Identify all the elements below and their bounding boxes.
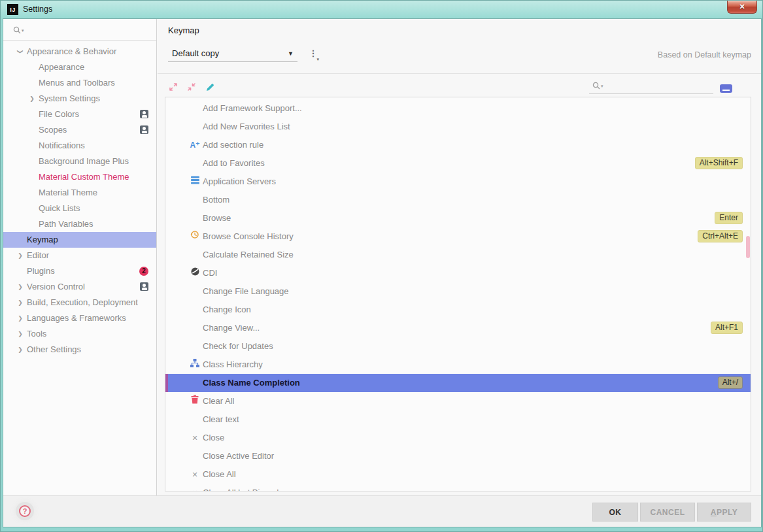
sidebar-item-keymap[interactable]: Keymap: [3, 232, 156, 248]
ok-button[interactable]: OK: [592, 503, 638, 522]
action-row-class-hierarchy[interactable]: Class Hierarchy: [165, 356, 751, 374]
action-row-browse[interactable]: BrowseEnter: [165, 209, 751, 227]
sidebar-item-tools[interactable]: ❯Tools: [3, 326, 156, 342]
action-row-close[interactable]: ✕Close: [165, 429, 751, 447]
sidebar-item-quick-lists[interactable]: Quick Lists: [3, 201, 156, 216]
keymap-search-input[interactable]: [607, 78, 711, 93]
action-row-calculate-retained-size[interactable]: Calculate Retained Size: [165, 246, 751, 264]
action-label: Class Name Completion: [203, 378, 300, 388]
keymap-search-field[interactable]: ▾: [589, 78, 713, 94]
apply-button[interactable]: APPLY: [697, 503, 751, 522]
action-row-clear-text[interactable]: Clear text: [165, 410, 751, 429]
sidebar-item-version-control[interactable]: ❯Version Control: [3, 279, 156, 295]
action-row-clear-all[interactable]: Clear All: [165, 392, 751, 410]
add-section-rule-icon: A⁺: [189, 136, 201, 154]
sidebar-item-other-settings[interactable]: ❯Other Settings: [3, 342, 156, 357]
search-history-caret-icon: ▾: [601, 84, 603, 89]
sidebar-item-material-theme[interactable]: Material Theme: [3, 185, 156, 201]
keymap-action-list: Add Framework Support...Add New Favorite…: [165, 97, 751, 491]
action-row-change-icon[interactable]: Change Icon: [165, 301, 751, 319]
search-icon: [592, 81, 601, 93]
keymap-options-button[interactable]: ⋮ ▾: [307, 46, 320, 62]
close-button[interactable]: ✕: [727, 1, 757, 14]
sidebar-item-label: Version Control: [27, 282, 85, 291]
action-row-check-for-updates[interactable]: Check for Updates: [165, 337, 751, 356]
action-row-add-framework-support[interactable]: Add Framework Support...: [165, 99, 751, 118]
close-x-icon: ✕: [189, 429, 201, 447]
sidebar-item-label: Quick Lists: [39, 203, 80, 213]
cancel-button[interactable]: CANCEL: [640, 503, 695, 522]
based-on-label: Based on Default keymap: [658, 50, 751, 59]
action-row-close-active-editor[interactable]: Close Active Editor: [165, 447, 751, 465]
sidebar-item-background-image-plus[interactable]: Background Image Plus: [3, 154, 156, 169]
sidebar-item-label: Keymap: [27, 235, 58, 244]
keymap-select[interactable]: Default copy ▼: [168, 46, 297, 62]
sidebar-item-editor[interactable]: ❯Editor: [3, 248, 156, 263]
chevron-down-icon[interactable]: ❯: [12, 48, 28, 56]
sidebar-item-material-custom-theme[interactable]: Material Custom Theme: [3, 169, 156, 185]
chevron-right-icon[interactable]: ❯: [16, 310, 24, 326]
history-icon: [190, 227, 199, 246]
chevron-right-icon[interactable]: ❯: [16, 326, 24, 342]
sidebar-item-label: Notifications: [39, 141, 85, 150]
sidebar-item-menus-and-toolbars[interactable]: Menus and Toolbars: [3, 75, 156, 91]
sidebar-item-appearance-behavior[interactable]: ❯Appearance & Behavior: [3, 44, 156, 59]
action-label: Close: [203, 433, 224, 442]
action-row-cdi[interactable]: CDI: [165, 264, 751, 282]
shortcut-badge: Alt+F1: [711, 322, 743, 334]
help-button[interactable]: ?: [19, 505, 31, 517]
sidebar-item-label: System Settings: [39, 93, 100, 103]
chevron-right-icon[interactable]: ❯: [16, 295, 24, 310]
sidebar-item-path-variables[interactable]: Path Variables: [3, 216, 156, 232]
sidebar-item-label: Background Image Plus: [39, 156, 129, 166]
action-label: Change View...: [203, 323, 260, 333]
action-row-application-servers[interactable]: Application Servers: [165, 173, 751, 191]
plugins-update-badge: 2: [139, 267, 148, 276]
action-label: CDI: [203, 268, 217, 278]
sidebar-item-languages-frameworks[interactable]: ❯Languages & Frameworks: [3, 310, 156, 326]
settings-dialog: ▾ ❯Appearance & BehaviorAppearanceMenus …: [3, 19, 761, 527]
action-row-change-file-language[interactable]: Change File Language: [165, 282, 751, 301]
no-icon: [189, 319, 201, 337]
no-icon: [189, 118, 201, 136]
action-row-close-all[interactable]: ✕Close All: [165, 465, 751, 484]
shortcut-badge: Ctrl+Alt+E: [698, 230, 743, 242]
action-label: Add to Favorites: [203, 158, 265, 168]
pencil-icon: [205, 82, 215, 95]
trash-icon: [189, 392, 201, 410]
action-row-browse-console-history[interactable]: Browse Console HistoryCtrl+Alt+E: [165, 227, 751, 246]
edit-shortcut-button[interactable]: [203, 82, 217, 95]
chevron-right-icon[interactable]: ❯: [16, 342, 24, 357]
settings-sidebar: ▾ ❯Appearance & BehaviorAppearanceMenus …: [3, 19, 157, 495]
chevron-right-icon[interactable]: ❯: [16, 248, 24, 263]
sidebar-item-build-execution-deployment[interactable]: ❯Build, Execution, Deployment: [3, 295, 156, 310]
action-label: Change Icon: [203, 305, 251, 314]
sidebar-item-notifications[interactable]: Notifications: [3, 138, 156, 154]
action-label: Add Framework Support...: [203, 103, 302, 113]
sidebar-item-appearance[interactable]: Appearance: [3, 59, 156, 75]
action-row-change-view[interactable]: Change View...Alt+F1: [165, 319, 751, 337]
settings-search-input[interactable]: [29, 22, 147, 37]
chevron-right-icon[interactable]: ❯: [16, 279, 24, 295]
find-by-shortcut-button[interactable]: [720, 84, 732, 93]
action-row-close-all-but-pinned[interactable]: ✕Close All but Pinned: [165, 484, 751, 491]
sidebar-item-scopes[interactable]: Scopes: [3, 122, 156, 138]
close-icon: ✕: [739, 3, 745, 10]
sidebar-item-file-colors[interactable]: File Colors: [3, 107, 156, 122]
sidebar-item-label: Path Variables: [39, 219, 93, 229]
expand-all-icon: [168, 82, 178, 95]
action-row-add-new-favorites-list[interactable]: Add New Favorites List: [165, 118, 751, 136]
action-row-add-section-rule[interactable]: A⁺Add section rule: [165, 136, 751, 154]
chevron-right-icon[interactable]: ❯: [28, 91, 36, 107]
action-row-bottom[interactable]: Bottom: [165, 191, 751, 209]
settings-search-field[interactable]: ▾: [3, 19, 156, 41]
sidebar-item-plugins[interactable]: Plugins2: [3, 263, 156, 279]
action-row-add-to-favorites[interactable]: Add to FavoritesAlt+Shift+F: [165, 154, 751, 173]
sidebar-item-system-settings[interactable]: ❯System Settings: [3, 91, 156, 107]
keymap-select-value: Default copy: [172, 46, 219, 61]
collapse-all-button[interactable]: [184, 82, 199, 95]
action-row-class-name-completion[interactable]: Class Name CompletionAlt+/: [165, 374, 751, 392]
action-label: Close Active Editor: [203, 451, 274, 461]
action-label: Change File Language: [203, 286, 289, 296]
expand-all-button[interactable]: [166, 82, 180, 95]
